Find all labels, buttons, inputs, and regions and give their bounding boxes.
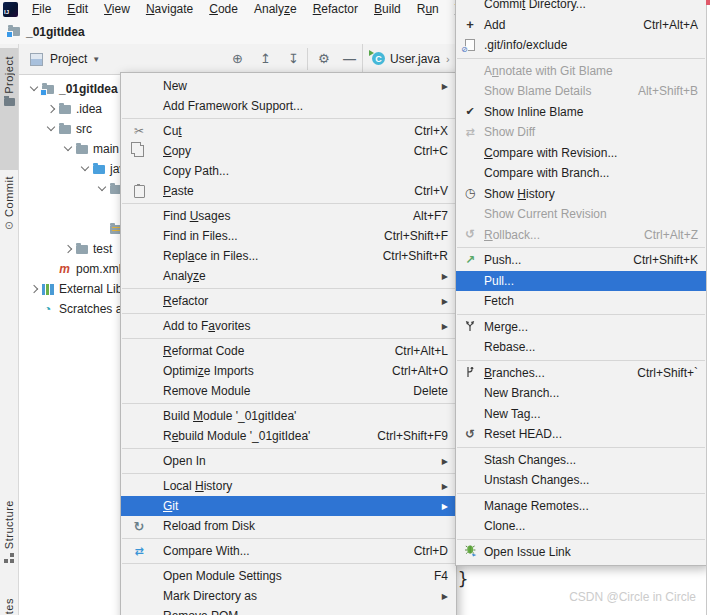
menu-item-cut[interactable]: ✂CutCtrl+X (121, 121, 456, 141)
menu-item-unstash-changes[interactable]: Unstash Changes... (456, 470, 706, 491)
menubar-item-file[interactable]: File (24, 0, 59, 19)
menu-item-push[interactable]: ↗Push...Ctrl+Shift+K (456, 250, 706, 271)
menu-item-label: Stash Changes... (484, 453, 576, 467)
chevron-right-icon[interactable] (28, 283, 40, 295)
menu-item-commit-directory[interactable]: Commit Directory... (456, 0, 706, 15)
menu-item-rollback[interactable]: ↺Rollback...Ctrl+Alt+Z (456, 225, 706, 246)
menu-item-reset-head[interactable]: ↺Reset HEAD... (456, 424, 706, 445)
menu-item-shortcut: Ctrl+Shift+K (611, 253, 698, 267)
menu-item-find-in-files[interactable]: Find in Files...Ctrl+Shift+F (121, 226, 456, 246)
hide-panel-icon[interactable]: — (343, 50, 356, 68)
tab-label: User.java (390, 52, 440, 66)
chevron-down-icon[interactable] (62, 143, 74, 155)
menu-item-annotate-with-git-blame[interactable]: Annotate with Git Blame (456, 61, 706, 82)
menu-item-label: .git/info/exclude (484, 38, 567, 52)
menubar-item-view[interactable]: View (96, 0, 138, 19)
menu-item-compare-with[interactable]: ⇄Compare With...Ctrl+D (121, 541, 456, 561)
menu-item-add-framework-support[interactable]: Add Framework Support... (121, 96, 456, 116)
menu-item-shortcut: Ctrl+Shift+F9 (355, 429, 448, 443)
menu-item-reload-from-disk[interactable]: ↻Reload from Disk (121, 516, 456, 536)
stripe-button-favorites[interactable]: Favorites (0, 598, 18, 615)
menu-item-pull[interactable]: Pull... (456, 271, 706, 292)
stripe-button-structure[interactable]: Structure (0, 500, 18, 590)
menu-item-fetch[interactable]: Fetch (456, 291, 706, 312)
menu-item-compare-with-revision[interactable]: Compare with Revision... (456, 143, 706, 164)
menu-item-open-issue-link[interactable]: Open Issue Link (456, 542, 706, 563)
stripe-button-commit[interactable]: Commit ⊙ (0, 176, 18, 252)
chevron-down-icon[interactable] (28, 83, 40, 95)
menu-item-show-blame-details[interactable]: Show Blame DetailsAlt+Shift+B (456, 81, 706, 102)
menubar-item-analyze[interactable]: Analyze (246, 0, 305, 19)
menu-icon-cell: ✂ (127, 126, 151, 137)
menubar-item-navigate[interactable]: Navigate (138, 0, 201, 19)
menu-item-show-inline-blame[interactable]: ✔Show Inline Blame (456, 102, 706, 123)
collapse-all-icon[interactable]: ↧ (288, 50, 299, 68)
menu-item-new[interactable]: New▶ (121, 76, 456, 96)
menu-item-shortcut: Delete (391, 384, 448, 398)
menu-item-clone[interactable]: Clone... (456, 516, 706, 537)
hidden-tabs-chevron-icon[interactable]: › (446, 53, 450, 65)
settings-gear-icon[interactable]: ⚙ (318, 50, 330, 68)
menu-item-copy-path[interactable]: Copy Path... (121, 161, 456, 181)
project-view-selector[interactable]: Project ▼ (30, 50, 100, 68)
locate-icon[interactable]: ⊕ (232, 50, 243, 68)
chevron-down-icon[interactable] (79, 163, 91, 175)
menu-item-local-history[interactable]: Local History▶ (121, 476, 456, 496)
menu-item-new-branch[interactable]: New Branch... (456, 383, 706, 404)
chevron-down-icon[interactable] (96, 183, 108, 195)
menubar-item-edit[interactable]: Edit (59, 0, 96, 19)
menu-item-merge[interactable]: Merge... (456, 317, 706, 338)
menu-item-branches[interactable]: Branches...Ctrl+Shift+` (456, 363, 706, 384)
menu-item-label: Add Framework Support... (163, 99, 303, 113)
tab-user-java[interactable]: C User.java › (366, 44, 456, 73)
menu-item-git[interactable]: Git▶ (121, 496, 456, 516)
menu-item-paste[interactable]: PasteCtrl+V (121, 181, 456, 201)
code-fragment: } (458, 569, 468, 589)
menu-icon-cell: ✔ (462, 106, 478, 117)
chevron-right-icon[interactable] (45, 103, 57, 115)
menu-item-find-usages[interactable]: Find UsagesAlt+F7 (121, 206, 456, 226)
menu-item-rebuild-module-01gitidea[interactable]: Rebuild Module '_01gitIdea'Ctrl+Shift+F9 (121, 426, 456, 446)
menu-item-build-module-01gitidea[interactable]: Build Module '_01gitIdea' (121, 406, 456, 426)
menu-item-show-current-revision[interactable]: Show Current Revision (456, 204, 706, 225)
menu-item-add[interactable]: +AddCtrl+Alt+A (456, 15, 706, 36)
menu-item-git-info-exclude[interactable]: .git/info/exclude (456, 35, 706, 56)
menu-item-compare-with-branch[interactable]: Compare with Branch... (456, 163, 706, 184)
menu-separator (457, 247, 705, 248)
menubar-item-refactor[interactable]: Refactor (305, 0, 366, 19)
chevron-right-icon[interactable] (62, 243, 74, 255)
editor-scrollbar-track[interactable] (706, 0, 710, 615)
menu-item-remove-pom[interactable]: Remove POM (121, 606, 456, 615)
expand-all-icon[interactable]: ↥ (260, 50, 271, 68)
menu-item-replace-in-files[interactable]: Replace in Files...Ctrl+Shift+R (121, 246, 456, 266)
menu-item-label: Find Usages (163, 209, 230, 223)
menu-item-new-tag[interactable]: New Tag... (456, 404, 706, 425)
menu-item-copy[interactable]: CopyCtrl+C (121, 141, 456, 161)
menu-item-analyze[interactable]: Analyze▶ (121, 266, 456, 286)
menu-item-stash-changes[interactable]: Stash Changes... (456, 450, 706, 471)
chevron-down-icon[interactable] (45, 123, 57, 135)
menu-item-label: Show Inline Blame (484, 105, 583, 119)
menu-item-label: Copy (163, 144, 191, 158)
menu-item-manage-remotes[interactable]: Manage Remotes... (456, 496, 706, 517)
menu-item-mark-directory-as[interactable]: Mark Directory as▶ (121, 586, 456, 606)
menu-item-refactor[interactable]: Refactor▶ (121, 291, 456, 311)
menu-item-open-in[interactable]: Open In▶ (121, 451, 456, 471)
menu-item-show-history[interactable]: ◷Show History (456, 184, 706, 205)
menu-item-optimize-imports[interactable]: Optimize ImportsCtrl+Alt+O (121, 361, 456, 381)
menu-icon-cell (462, 544, 478, 559)
submenu-arrow-icon: ▶ (420, 272, 448, 281)
project-breadcrumb[interactable]: _01gitIdea (26, 25, 85, 39)
menu-item-label: Paste (163, 184, 194, 198)
stripe-button-project[interactable]: Project (0, 48, 18, 170)
submenu-arrow-icon: ▶ (420, 502, 448, 511)
menubar-item-code[interactable]: Code (201, 0, 246, 19)
menubar-item-build[interactable]: Build (366, 0, 409, 19)
menu-item-reformat-code[interactable]: Reformat CodeCtrl+Alt+L (121, 341, 456, 361)
menubar-item-run[interactable]: Run (409, 0, 447, 19)
menu-item-rebase[interactable]: Rebase... (456, 337, 706, 358)
menu-item-show-diff[interactable]: ⇄Show Diff (456, 122, 706, 143)
menu-item-add-to-favorites[interactable]: Add to Favorites▶ (121, 316, 456, 336)
menu-item-remove-module[interactable]: Remove ModuleDelete (121, 381, 456, 401)
menu-item-open-module-settings[interactable]: Open Module SettingsF4 (121, 566, 456, 586)
